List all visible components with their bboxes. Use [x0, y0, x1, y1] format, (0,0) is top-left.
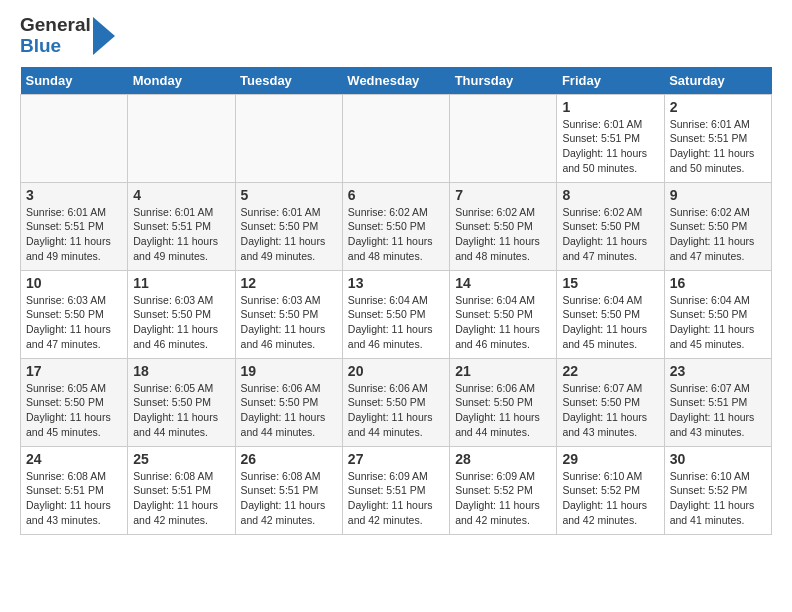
day-info: Sunrise: 6:10 AM Sunset: 5:52 PM Dayligh… [670, 469, 766, 528]
calendar-cell: 3Sunrise: 6:01 AM Sunset: 5:51 PM Daylig… [21, 182, 128, 270]
day-number: 12 [241, 275, 337, 291]
calendar-header-sunday: Sunday [21, 67, 128, 95]
day-number: 17 [26, 363, 122, 379]
calendar-cell: 21Sunrise: 6:06 AM Sunset: 5:50 PM Dayli… [450, 358, 557, 446]
day-number: 25 [133, 451, 229, 467]
calendar-cell: 7Sunrise: 6:02 AM Sunset: 5:50 PM Daylig… [450, 182, 557, 270]
calendar-cell: 6Sunrise: 6:02 AM Sunset: 5:50 PM Daylig… [342, 182, 449, 270]
day-info: Sunrise: 6:09 AM Sunset: 5:51 PM Dayligh… [348, 469, 444, 528]
calendar-cell [342, 94, 449, 182]
day-info: Sunrise: 6:09 AM Sunset: 5:52 PM Dayligh… [455, 469, 551, 528]
calendar-cell: 13Sunrise: 6:04 AM Sunset: 5:50 PM Dayli… [342, 270, 449, 358]
day-info: Sunrise: 6:07 AM Sunset: 5:50 PM Dayligh… [562, 381, 658, 440]
day-number: 29 [562, 451, 658, 467]
day-info: Sunrise: 6:02 AM Sunset: 5:50 PM Dayligh… [670, 205, 766, 264]
day-number: 24 [26, 451, 122, 467]
logo: General Blue [20, 15, 115, 57]
day-number: 27 [348, 451, 444, 467]
calendar-header-tuesday: Tuesday [235, 67, 342, 95]
calendar-cell: 16Sunrise: 6:04 AM Sunset: 5:50 PM Dayli… [664, 270, 771, 358]
page-container: General Blue SundayMondayTuesdayWednesda… [0, 0, 792, 545]
day-info: Sunrise: 6:03 AM Sunset: 5:50 PM Dayligh… [133, 293, 229, 352]
calendar-cell: 29Sunrise: 6:10 AM Sunset: 5:52 PM Dayli… [557, 446, 664, 534]
day-number: 19 [241, 363, 337, 379]
day-info: Sunrise: 6:03 AM Sunset: 5:50 PM Dayligh… [26, 293, 122, 352]
day-number: 4 [133, 187, 229, 203]
calendar-cell: 22Sunrise: 6:07 AM Sunset: 5:50 PM Dayli… [557, 358, 664, 446]
day-info: Sunrise: 6:10 AM Sunset: 5:52 PM Dayligh… [562, 469, 658, 528]
day-number: 9 [670, 187, 766, 203]
calendar-cell [450, 94, 557, 182]
day-info: Sunrise: 6:04 AM Sunset: 5:50 PM Dayligh… [670, 293, 766, 352]
calendar-cell: 30Sunrise: 6:10 AM Sunset: 5:52 PM Dayli… [664, 446, 771, 534]
calendar-week-row: 17Sunrise: 6:05 AM Sunset: 5:50 PM Dayli… [21, 358, 772, 446]
calendar-cell: 17Sunrise: 6:05 AM Sunset: 5:50 PM Dayli… [21, 358, 128, 446]
day-info: Sunrise: 6:03 AM Sunset: 5:50 PM Dayligh… [241, 293, 337, 352]
day-number: 1 [562, 99, 658, 115]
page-header: General Blue [20, 15, 772, 57]
day-info: Sunrise: 6:02 AM Sunset: 5:50 PM Dayligh… [348, 205, 444, 264]
day-number: 2 [670, 99, 766, 115]
day-info: Sunrise: 6:08 AM Sunset: 5:51 PM Dayligh… [26, 469, 122, 528]
day-info: Sunrise: 6:07 AM Sunset: 5:51 PM Dayligh… [670, 381, 766, 440]
day-number: 22 [562, 363, 658, 379]
calendar-cell: 23Sunrise: 6:07 AM Sunset: 5:51 PM Dayli… [664, 358, 771, 446]
day-info: Sunrise: 6:01 AM Sunset: 5:51 PM Dayligh… [133, 205, 229, 264]
calendar-cell: 14Sunrise: 6:04 AM Sunset: 5:50 PM Dayli… [450, 270, 557, 358]
day-number: 6 [348, 187, 444, 203]
day-number: 7 [455, 187, 551, 203]
calendar-cell: 4Sunrise: 6:01 AM Sunset: 5:51 PM Daylig… [128, 182, 235, 270]
svg-marker-0 [93, 17, 115, 55]
day-info: Sunrise: 6:01 AM Sunset: 5:51 PM Dayligh… [670, 117, 766, 176]
calendar-cell: 19Sunrise: 6:06 AM Sunset: 5:50 PM Dayli… [235, 358, 342, 446]
day-info: Sunrise: 6:04 AM Sunset: 5:50 PM Dayligh… [348, 293, 444, 352]
calendar-week-row: 3Sunrise: 6:01 AM Sunset: 5:51 PM Daylig… [21, 182, 772, 270]
day-number: 13 [348, 275, 444, 291]
calendar-cell: 2Sunrise: 6:01 AM Sunset: 5:51 PM Daylig… [664, 94, 771, 182]
day-info: Sunrise: 6:01 AM Sunset: 5:50 PM Dayligh… [241, 205, 337, 264]
logo-general: General [20, 15, 91, 36]
day-number: 26 [241, 451, 337, 467]
calendar-header-wednesday: Wednesday [342, 67, 449, 95]
day-number: 8 [562, 187, 658, 203]
calendar-cell [21, 94, 128, 182]
calendar-cell: 15Sunrise: 6:04 AM Sunset: 5:50 PM Dayli… [557, 270, 664, 358]
calendar-week-row: 10Sunrise: 6:03 AM Sunset: 5:50 PM Dayli… [21, 270, 772, 358]
logo-arrow-icon [93, 17, 115, 55]
day-info: Sunrise: 6:04 AM Sunset: 5:50 PM Dayligh… [562, 293, 658, 352]
day-number: 18 [133, 363, 229, 379]
calendar-header-thursday: Thursday [450, 67, 557, 95]
day-number: 10 [26, 275, 122, 291]
calendar-cell: 24Sunrise: 6:08 AM Sunset: 5:51 PM Dayli… [21, 446, 128, 534]
calendar-cell [235, 94, 342, 182]
calendar-cell: 18Sunrise: 6:05 AM Sunset: 5:50 PM Dayli… [128, 358, 235, 446]
day-info: Sunrise: 6:01 AM Sunset: 5:51 PM Dayligh… [26, 205, 122, 264]
day-number: 5 [241, 187, 337, 203]
calendar-header-row: SundayMondayTuesdayWednesdayThursdayFrid… [21, 67, 772, 95]
day-info: Sunrise: 6:06 AM Sunset: 5:50 PM Dayligh… [241, 381, 337, 440]
day-number: 16 [670, 275, 766, 291]
calendar-header-monday: Monday [128, 67, 235, 95]
day-number: 14 [455, 275, 551, 291]
day-info: Sunrise: 6:05 AM Sunset: 5:50 PM Dayligh… [133, 381, 229, 440]
calendar-week-row: 1Sunrise: 6:01 AM Sunset: 5:51 PM Daylig… [21, 94, 772, 182]
calendar-header-friday: Friday [557, 67, 664, 95]
day-info: Sunrise: 6:08 AM Sunset: 5:51 PM Dayligh… [133, 469, 229, 528]
day-number: 23 [670, 363, 766, 379]
day-number: 11 [133, 275, 229, 291]
day-info: Sunrise: 6:02 AM Sunset: 5:50 PM Dayligh… [562, 205, 658, 264]
calendar-cell [128, 94, 235, 182]
calendar-cell: 27Sunrise: 6:09 AM Sunset: 5:51 PM Dayli… [342, 446, 449, 534]
calendar-cell: 8Sunrise: 6:02 AM Sunset: 5:50 PM Daylig… [557, 182, 664, 270]
day-info: Sunrise: 6:02 AM Sunset: 5:50 PM Dayligh… [455, 205, 551, 264]
calendar-cell: 9Sunrise: 6:02 AM Sunset: 5:50 PM Daylig… [664, 182, 771, 270]
calendar-cell: 5Sunrise: 6:01 AM Sunset: 5:50 PM Daylig… [235, 182, 342, 270]
calendar-week-row: 24Sunrise: 6:08 AM Sunset: 5:51 PM Dayli… [21, 446, 772, 534]
day-info: Sunrise: 6:06 AM Sunset: 5:50 PM Dayligh… [348, 381, 444, 440]
calendar-cell: 20Sunrise: 6:06 AM Sunset: 5:50 PM Dayli… [342, 358, 449, 446]
day-info: Sunrise: 6:04 AM Sunset: 5:50 PM Dayligh… [455, 293, 551, 352]
day-info: Sunrise: 6:08 AM Sunset: 5:51 PM Dayligh… [241, 469, 337, 528]
calendar-table: SundayMondayTuesdayWednesdayThursdayFrid… [20, 67, 772, 535]
calendar-cell: 1Sunrise: 6:01 AM Sunset: 5:51 PM Daylig… [557, 94, 664, 182]
calendar-cell: 26Sunrise: 6:08 AM Sunset: 5:51 PM Dayli… [235, 446, 342, 534]
